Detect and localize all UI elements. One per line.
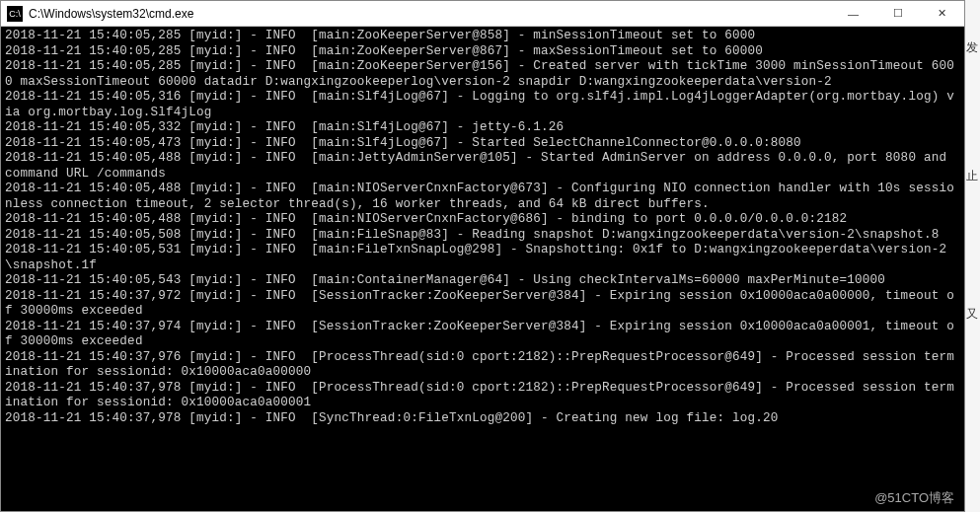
close-button[interactable]: ✕ — [920, 1, 964, 26]
log-line: 2018-11-21 15:40:05,473 [myid:] - INFO [… — [5, 136, 960, 152]
side-char: 发 — [966, 39, 978, 56]
log-line: 2018-11-21 15:40:37,974 [myid:] - INFO [… — [5, 320, 960, 350]
terminal-output[interactable]: 2018-11-21 15:40:05,285 [myid:] - INFO [… — [1, 27, 964, 511]
log-line: 2018-11-21 15:40:05,316 [myid:] - INFO [… — [5, 90, 960, 120]
log-line: 2018-11-21 15:40:05,332 [myid:] - INFO [… — [5, 120, 960, 136]
cmd-icon: C:\ — [7, 6, 23, 22]
log-line: 2018-11-21 15:40:05,508 [myid:] - INFO [… — [5, 228, 960, 244]
window-controls: — ☐ ✕ — [831, 1, 964, 26]
log-line: 2018-11-21 15:40:05,285 [myid:] - INFO [… — [5, 29, 960, 44]
log-line: 2018-11-21 15:40:37,978 [myid:] - INFO [… — [5, 381, 960, 411]
log-line: 2018-11-21 15:40:05,543 [myid:] - INFO [… — [5, 273, 960, 289]
log-line: 2018-11-21 15:40:05,285 [myid:] - INFO [… — [5, 59, 960, 90]
log-line: 2018-11-21 15:40:05,488 [myid:] - INFO [… — [5, 212, 960, 228]
title-bar[interactable]: C:\ C:\Windows\system32\cmd.exe — ☐ ✕ — [1, 1, 964, 27]
log-line: 2018-11-21 15:40:37,972 [myid:] - INFO [… — [5, 289, 960, 320]
adjacent-window-sliver: 发 止 又 — [965, 0, 980, 512]
side-char: 又 — [966, 306, 978, 323]
log-line: 2018-11-21 15:40:05,285 [myid:] - INFO [… — [5, 44, 960, 60]
log-line: 2018-11-21 15:40:05,488 [myid:] - INFO [… — [5, 151, 960, 182]
minimize-button[interactable]: — — [831, 1, 875, 26]
cmd-window: C:\ C:\Windows\system32\cmd.exe — ☐ ✕ 20… — [0, 0, 965, 512]
log-line: 2018-11-21 15:40:05,488 [myid:] - INFO [… — [5, 182, 960, 212]
log-line: 2018-11-21 15:40:37,978 [myid:] - INFO [… — [5, 411, 960, 427]
maximize-button[interactable]: ☐ — [875, 1, 920, 26]
side-char: 止 — [966, 168, 978, 184]
watermark-text: @51CTO博客 — [874, 489, 954, 507]
log-line: 2018-11-21 15:40:37,976 [myid:] - INFO [… — [5, 350, 960, 381]
log-line: 2018-11-21 15:40:05,531 [myid:] - INFO [… — [5, 243, 960, 273]
window-title: C:\Windows\system32\cmd.exe — [29, 7, 831, 21]
